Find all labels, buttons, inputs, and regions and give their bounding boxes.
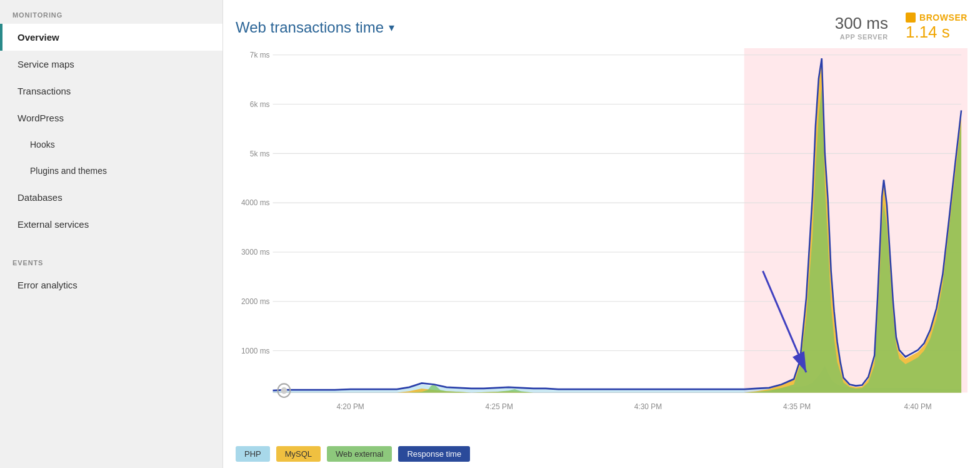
svg-text:1000 ms: 1000 ms: [241, 346, 270, 355]
chart-header: Web transactions time ▾ 300 ms APP SERVE…: [236, 13, 968, 42]
svg-text:4:35 PM: 4:35 PM: [783, 402, 811, 412]
sidebar-item-databases[interactable]: Databases: [0, 184, 222, 211]
sidebar-item-label: Overview: [18, 32, 59, 43]
legend-mysql-label: MySQL: [285, 449, 312, 459]
legend-web-external[interactable]: Web external: [327, 446, 392, 462]
chart-area: 7k ms 6k ms 5k ms 4000 ms 3000 ms 2000 m…: [236, 48, 968, 440]
sidebar-item-label: Transactions: [18, 86, 71, 96]
events-section-label: EVENTS: [0, 248, 222, 272]
legend-response-label: Response time: [407, 449, 461, 459]
chart-legend: PHP MySQL Web external Response time: [236, 446, 968, 462]
chart-svg: 7k ms 6k ms 5k ms 4000 ms 3000 ms 2000 m…: [236, 48, 968, 440]
main-content: Web transactions time ▾ 300 ms APP SERVE…: [223, 0, 980, 468]
legend-php[interactable]: PHP: [236, 446, 270, 462]
sidebar-item-hooks[interactable]: Hooks: [0, 131, 222, 158]
sidebar-item-overview[interactable]: Overview: [0, 24, 222, 51]
legend-mysql[interactable]: MySQL: [276, 446, 321, 462]
sidebar-item-label: Databases: [18, 192, 62, 203]
sidebar-item-label: Error analytics: [18, 280, 78, 290]
svg-text:6k ms: 6k ms: [250, 99, 270, 109]
monitoring-section-label: MONITORING: [0, 0, 222, 24]
sidebar-item-external-services[interactable]: External services: [0, 211, 222, 238]
legend-php-label: PHP: [244, 449, 261, 459]
svg-text:5k ms: 5k ms: [250, 149, 270, 158]
svg-text:4:20 PM: 4:20 PM: [336, 402, 364, 412]
chart-stats: 300 ms APP SERVER BROWSER 1.14 s: [835, 13, 968, 42]
sidebar-item-label: External services: [18, 219, 89, 230]
svg-text:3000 ms: 3000 ms: [241, 248, 270, 257]
sidebar-item-wordpress[interactable]: WordPress: [0, 104, 222, 131]
svg-text:4:30 PM: 4:30 PM: [634, 402, 662, 412]
browser-label: BROWSER: [919, 13, 968, 23]
browser-stat: BROWSER 1.14 s: [906, 13, 968, 42]
svg-text:2000 ms: 2000 ms: [241, 297, 270, 307]
legend-response-time[interactable]: Response time: [398, 446, 470, 462]
chart-title-row: Web transactions time ▾: [236, 19, 394, 36]
sidebar-item-label: Service maps: [18, 59, 74, 69]
browser-stat-row: BROWSER: [906, 13, 968, 23]
svg-text:4:40 PM: 4:40 PM: [904, 402, 931, 412]
legend-webext-label: Web external: [336, 449, 383, 459]
sidebar-item-label: WordPress: [18, 113, 64, 123]
svg-text:4000 ms: 4000 ms: [241, 198, 270, 208]
sidebar-item-error-analytics[interactable]: Error analytics: [0, 272, 222, 298]
app-server-stat: 300 ms APP SERVER: [835, 14, 888, 41]
sidebar-item-plugins-themes[interactable]: Plugins and themes: [0, 158, 222, 184]
sidebar-item-service-maps[interactable]: Service maps: [0, 51, 222, 78]
browser-value: 1.14 s: [906, 23, 950, 42]
app-server-label: APP SERVER: [835, 33, 888, 41]
svg-text:4:25 PM: 4:25 PM: [486, 402, 513, 412]
sidebar-item-label: Plugins and themes: [30, 166, 107, 176]
chart-title: Web transactions time: [236, 19, 384, 36]
svg-text:7k ms: 7k ms: [250, 51, 270, 60]
sidebar-item-transactions[interactable]: Transactions: [0, 78, 222, 104]
sidebar-item-label: Hooks: [30, 140, 55, 150]
browser-color-swatch: [906, 13, 916, 23]
chevron-down-icon[interactable]: ▾: [389, 21, 394, 34]
svg-point-25: [281, 387, 287, 394]
app-server-value: 300 ms: [835, 14, 888, 33]
sidebar: MONITORING Overview Service maps Transac…: [0, 0, 223, 468]
